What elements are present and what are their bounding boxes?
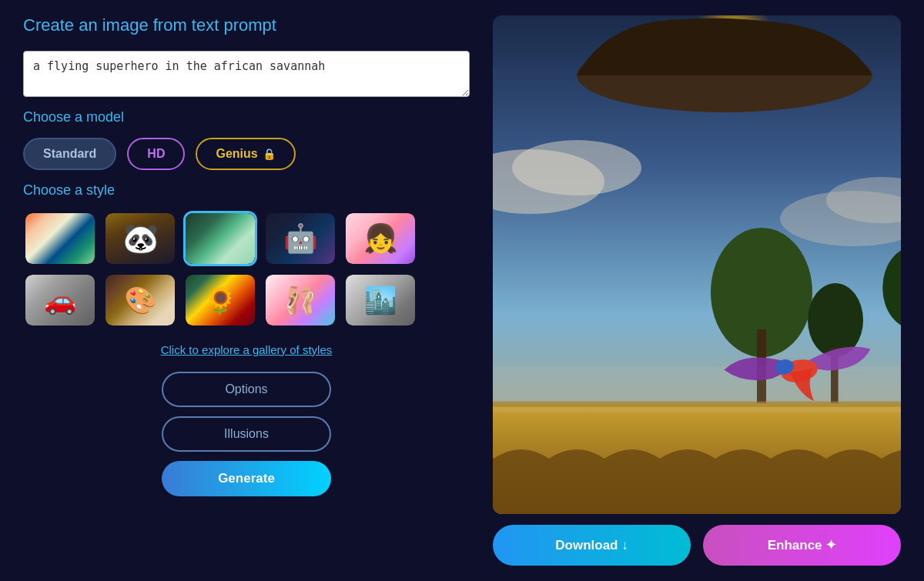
left-panel: Create an image from text prompt a flyin… (23, 15, 470, 566)
model-section-label: Choose a model (23, 109, 470, 125)
style-section-label: Choose a style (23, 182, 470, 199)
svg-point-5 (808, 283, 863, 357)
svg-rect-9 (493, 366, 901, 412)
genius-label: Genius (216, 147, 257, 161)
action-buttons: Options Illusions Generate (23, 372, 470, 496)
options-button[interactable]: Options (162, 372, 331, 407)
main-container: Create an image from text prompt a flyin… (0, 0, 924, 581)
style-citysketch[interactable]: 🏙️ (343, 272, 417, 328)
enhance-button[interactable]: Enhance ✦ (703, 525, 901, 566)
style-mech[interactable]: 🤖 (263, 211, 337, 266)
standard-model-button[interactable]: Standard (23, 138, 116, 170)
style-portrait[interactable]: 🎨 (103, 272, 177, 328)
style-anime[interactable]: 👧 (343, 211, 417, 266)
hd-model-button[interactable]: HD (127, 138, 185, 170)
prompt-textarea[interactable]: a flying superhero in the african savann… (23, 51, 470, 97)
generated-image-container (493, 15, 901, 514)
svg-point-11 (512, 140, 641, 195)
gallery-link[interactable]: Click to explore a gallery of styles (23, 343, 470, 356)
lock-icon: 🔒 (263, 148, 276, 160)
style-fantasy-forest[interactable] (183, 211, 257, 266)
style-photo-animal[interactable]: 🐼 (103, 211, 177, 266)
generate-button[interactable]: Generate (162, 461, 331, 496)
style-grid: 🐼 🤖 👧 🚗 🎨 🌻 🩰 (23, 211, 470, 328)
page-title: Create an image from text prompt (23, 15, 470, 35)
illusions-button[interactable]: Illusions (162, 416, 331, 452)
right-panel: Download ↓ Enhance ✦ (493, 15, 901, 566)
style-abstract[interactable] (23, 211, 97, 266)
style-flowers[interactable]: 🌻 (183, 272, 257, 328)
genius-model-button[interactable]: Genius 🔒 (196, 138, 295, 170)
bottom-buttons: Download ↓ Enhance ✦ (493, 525, 901, 566)
image-placeholder (493, 15, 901, 514)
model-buttons: Standard HD Genius 🔒 (23, 138, 470, 170)
style-sketch[interactable]: 🚗 (23, 272, 97, 328)
style-ballet[interactable]: 🩰 (263, 272, 337, 328)
download-button[interactable]: Download ↓ (493, 525, 691, 566)
